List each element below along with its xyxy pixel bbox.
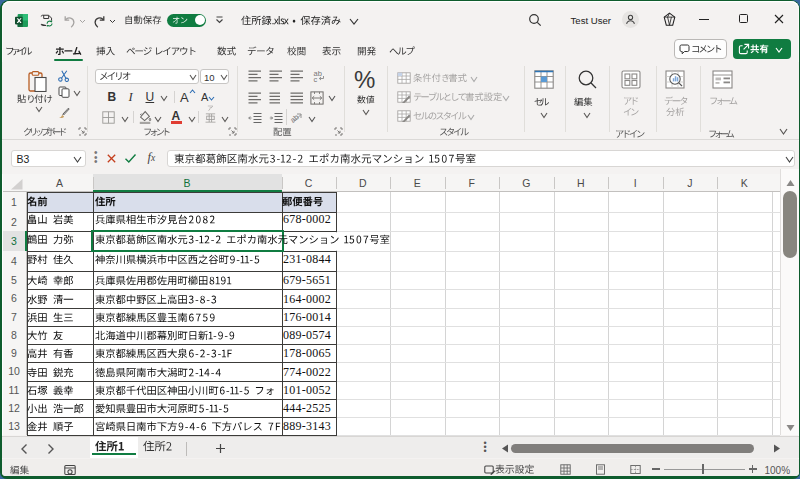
svg-text:c: c bbox=[313, 75, 317, 83]
